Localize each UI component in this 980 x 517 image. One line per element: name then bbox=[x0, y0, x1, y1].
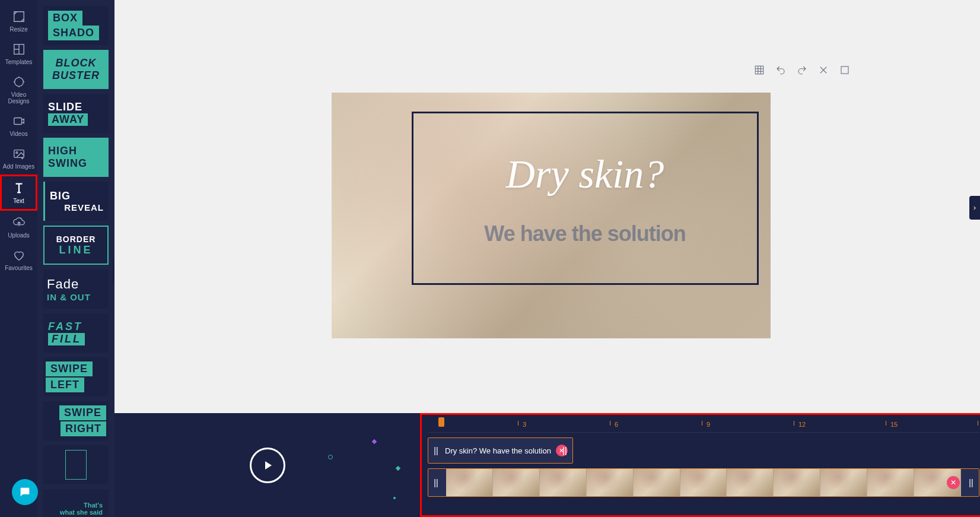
time-mark: 15 bbox=[890, 421, 898, 428]
track-handle-right[interactable]: || bbox=[967, 469, 975, 496]
sidebar-label: Uploads bbox=[8, 232, 30, 239]
text-template-frame[interactable] bbox=[43, 445, 109, 484]
text-template-fade-in-out[interactable]: Fade IN & OUT bbox=[43, 269, 109, 309]
video-thumbnails bbox=[446, 469, 961, 496]
svg-rect-14 bbox=[841, 66, 848, 74]
text-template-border-line[interactable]: BORDER LINE bbox=[43, 226, 109, 265]
sidebar-item-video-designs[interactable]: Video Designs bbox=[0, 70, 37, 109]
text-overlay-frame[interactable]: Dry skin? We have the solution bbox=[412, 112, 759, 285]
chat-icon bbox=[18, 486, 31, 499]
grid-icon[interactable] bbox=[753, 64, 765, 76]
chat-support-button[interactable] bbox=[12, 479, 38, 505]
track-handle-left[interactable]: || bbox=[432, 469, 440, 496]
redo-icon[interactable] bbox=[796, 64, 808, 76]
play-button[interactable] bbox=[250, 448, 285, 483]
sidebar: Resize Templates Video Designs Videos Ad… bbox=[0, 0, 37, 517]
sidebar-label: Resize bbox=[9, 26, 28, 33]
headline-text[interactable]: Dry skin? bbox=[506, 151, 664, 198]
decoration-icon bbox=[393, 497, 396, 499]
svg-point-6 bbox=[15, 152, 17, 154]
canvas-toolbar bbox=[753, 64, 851, 76]
time-mark: 6 bbox=[615, 421, 618, 428]
svg-rect-7 bbox=[755, 66, 763, 74]
video-track[interactable]: || ✕ || bbox=[428, 468, 979, 497]
templates-icon bbox=[12, 42, 26, 56]
text-track-label: Dry skin? We have the solution bbox=[428, 446, 551, 455]
video-preview[interactable]: Dry skin? We have the solution bbox=[332, 93, 771, 338]
text-template-big-reveal[interactable]: BIG REVEAL bbox=[43, 182, 109, 221]
sidebar-label: Text bbox=[13, 198, 24, 204]
sidebar-item-add-images[interactable]: Add Images bbox=[0, 142, 37, 175]
decoration-icon bbox=[372, 439, 377, 444]
text-track[interactable]: || Dry skin? We have the solution ✕ || bbox=[428, 437, 573, 464]
delete-video-button[interactable]: ✕ bbox=[947, 476, 960, 489]
text-template-quote[interactable]: That's what she said bbox=[43, 489, 109, 517]
decoration-icon bbox=[396, 466, 400, 471]
text-template-high-swing[interactable]: HIGH SWING bbox=[43, 138, 109, 177]
track-handle-left[interactable]: || bbox=[432, 438, 440, 463]
video-thumbnail bbox=[727, 469, 774, 496]
timeline-area: 3 6 9 12 15 18 || Dry skin? We have the … bbox=[114, 413, 980, 517]
video-thumbnail bbox=[587, 469, 634, 496]
add-images-icon bbox=[12, 147, 26, 161]
sidebar-item-text[interactable]: Text bbox=[0, 175, 37, 211]
right-panel-expand-button[interactable]: › bbox=[969, 196, 980, 220]
text-template-swipe-left[interactable]: SWIPE LEFT bbox=[43, 357, 109, 397]
text-template-swipe-right[interactable]: SWIPE RIGHT bbox=[43, 401, 109, 440]
video-thumbnail bbox=[867, 469, 914, 496]
close-icon[interactable] bbox=[817, 64, 829, 76]
video-thumbnail bbox=[493, 469, 540, 496]
text-template-fast-fill[interactable]: FAST FILL bbox=[43, 313, 109, 353]
playhead[interactable] bbox=[438, 417, 444, 427]
svg-point-3 bbox=[14, 78, 23, 87]
svg-rect-4 bbox=[14, 118, 21, 125]
uploads-icon bbox=[12, 215, 26, 230]
sidebar-label: Add Images bbox=[3, 163, 34, 170]
time-ruler[interactable]: 3 6 9 12 15 18 bbox=[428, 418, 979, 433]
play-controls bbox=[114, 413, 420, 517]
video-thumbnail bbox=[820, 469, 867, 496]
track-handle-right[interactable]: || bbox=[561, 438, 569, 463]
video-thumbnail bbox=[446, 469, 493, 496]
video-thumbnail bbox=[634, 469, 680, 496]
sidebar-label: Videos bbox=[9, 131, 27, 137]
text-templates-panel: BOX SHADO BLOCK BUSTER SLIDE AWAY HIGH S… bbox=[37, 0, 114, 517]
sidebar-label: Video Designs bbox=[0, 91, 37, 104]
favourites-icon bbox=[12, 248, 26, 262]
text-template-slide-away[interactable]: SLIDE AWAY bbox=[43, 94, 109, 133]
time-mark: 9 bbox=[707, 421, 710, 428]
video-thumbnail bbox=[540, 469, 587, 496]
sidebar-label: Templates bbox=[5, 59, 33, 65]
videos-icon bbox=[12, 114, 26, 128]
main-canvas-area: Dry skin? We have the solution 3 bbox=[114, 0, 980, 517]
decoration-icon bbox=[328, 455, 333, 459]
sidebar-item-templates[interactable]: Templates bbox=[0, 37, 37, 70]
sidebar-item-videos[interactable]: Videos bbox=[0, 109, 37, 142]
sidebar-label: Favourites bbox=[5, 265, 33, 271]
canvas-stage: Dry skin? We have the solution bbox=[114, 0, 980, 413]
sidebar-item-uploads[interactable]: Uploads bbox=[0, 211, 37, 243]
undo-icon[interactable] bbox=[775, 64, 787, 76]
subline-text[interactable]: We have the solution bbox=[484, 221, 685, 246]
timeline: 3 6 9 12 15 18 || Dry skin? We have the … bbox=[420, 413, 980, 517]
video-thumbnail bbox=[774, 469, 820, 496]
text-icon bbox=[12, 181, 26, 195]
time-mark: 3 bbox=[523, 421, 526, 428]
video-thumbnail bbox=[680, 469, 727, 496]
play-icon bbox=[260, 458, 275, 472]
video-designs-icon bbox=[12, 75, 26, 89]
sidebar-item-resize[interactable]: Resize bbox=[0, 5, 37, 37]
time-mark: 12 bbox=[798, 421, 806, 428]
text-template-block-buster[interactable]: BLOCK BUSTER bbox=[43, 50, 109, 89]
text-template-box-shadow[interactable]: BOX SHADO bbox=[43, 6, 109, 45]
resize-icon bbox=[12, 9, 26, 24]
sidebar-item-favourites[interactable]: Favourites bbox=[0, 243, 37, 276]
square-icon[interactable] bbox=[839, 64, 851, 76]
